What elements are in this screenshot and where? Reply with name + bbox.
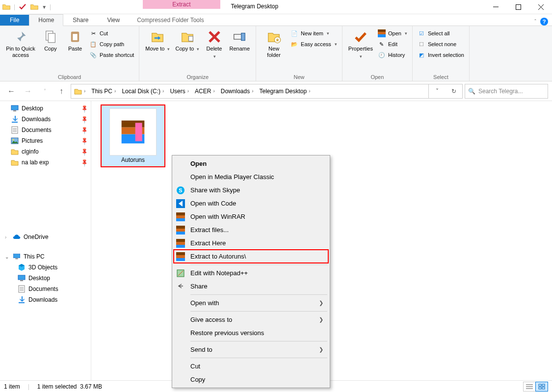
select-all-button[interactable]: ☑Select all — [416, 29, 466, 38]
contextual-tab-label[interactable]: Extract — [143, 0, 220, 9]
ctx-extract-files-[interactable]: Extract files... — [174, 223, 328, 236]
ctx-extract-here[interactable]: Extract Here — [174, 236, 328, 250]
share-tab[interactable]: Share — [63, 14, 98, 26]
pin-quick-access-button[interactable]: Pin to Quick access — [3, 28, 38, 59]
home-tab[interactable]: Home — [29, 14, 63, 26]
nav-item-clginfo[interactable]: clginfo📌 — [0, 146, 91, 157]
paste-shortcut-button[interactable]: 📎Paste shortcut — [87, 51, 136, 59]
breadcrumb-segment[interactable]: ACER› — [192, 84, 218, 98]
select-none-button[interactable]: ☐Select none — [416, 40, 466, 49]
breadcrumb-segment[interactable]: Users› — [167, 84, 192, 98]
ctx-restore-previous-versions[interactable]: Restore previous versions — [174, 326, 328, 340]
search-input[interactable]: 🔍 Search Telegra... — [465, 84, 548, 99]
ctx-share[interactable]: Share — [174, 280, 328, 293]
folder-icon[interactable] — [30, 2, 39, 11]
breadcrumb-root[interactable]: › — [71, 84, 88, 98]
ctx-open-in-media-player-classic[interactable]: Open in Media Player Classic — [174, 170, 328, 183]
ctx-open-with-code[interactable]: Open with Code — [174, 197, 328, 210]
nav-item-downloads[interactable]: Downloads — [0, 294, 91, 305]
view-tab[interactable]: View — [98, 14, 129, 26]
file-item-autoruns[interactable]: Autoruns — [101, 105, 165, 167]
nav-item-3d-objects[interactable]: 3D Objects — [0, 262, 91, 273]
ctx-send-to[interactable]: Send to❯ — [174, 343, 328, 356]
nav-item-documents[interactable]: Documents📌 — [0, 125, 91, 135]
contextual-subtab[interactable]: Compressed Folder Tools — [131, 15, 210, 26]
maximize-button[interactable] — [507, 0, 529, 14]
ctx-open-with[interactable]: Open with❯ — [174, 296, 328, 310]
invert-selection-button[interactable]: ◩Invert selection — [416, 51, 466, 59]
ctx-cut[interactable]: Cut — [174, 360, 328, 373]
share-icon — [176, 282, 185, 291]
chevron-right-icon: › — [252, 88, 253, 94]
svg-rect-29 — [18, 275, 25, 280]
properties-icon[interactable] — [18, 2, 27, 11]
chevron-right-icon: › — [84, 88, 85, 94]
nav-onedrive[interactable]: › OneDrive — [0, 232, 91, 242]
chevron-right-icon: › — [162, 88, 164, 94]
back-button[interactable]: ← — [4, 84, 19, 99]
paste-button[interactable]: Paste — [63, 28, 87, 53]
minimize-button[interactable] — [484, 0, 507, 14]
svg-rect-60 — [542, 384, 545, 386]
chevron-right-icon[interactable]: › — [5, 235, 10, 240]
help-icon[interactable]: ? — [540, 18, 548, 26]
address-dropdown[interactable]: ˅ — [429, 84, 446, 98]
ctx-extract-to-autoruns-[interactable]: Extract to Autoruns\ — [174, 250, 328, 263]
new-label: New — [256, 74, 342, 81]
svg-rect-54 — [176, 258, 185, 261]
breadcrumb-segment[interactable]: Local Disk (C:)› — [119, 84, 167, 98]
view-details-button[interactable] — [523, 382, 536, 392]
ctx-share-with-skype[interactable]: SShare with Skype — [174, 183, 328, 197]
ctx-open-with-winrar[interactable]: Open with WinRAR — [174, 210, 328, 223]
cut-button[interactable]: ✂Cut — [87, 29, 136, 38]
nav-thispc[interactable]: ⌄ This PC — [0, 251, 91, 262]
ctx-copy[interactable]: Copy — [174, 373, 328, 386]
ctx-give-access-to[interactable]: Give access to❯ — [174, 313, 328, 326]
recent-dropdown[interactable]: ˅ — [37, 84, 52, 99]
ctx-edit-with-notepad-[interactable]: Edit with Notepad++ — [174, 266, 328, 280]
menu-separator — [190, 294, 327, 295]
rename-button[interactable]: Rename — [227, 28, 253, 53]
properties-icon — [353, 29, 368, 45]
copy-to-button[interactable]: Copy to — [173, 28, 202, 53]
properties-button[interactable]: Properties — [345, 28, 376, 61]
up-button[interactable]: ↑ — [54, 84, 69, 99]
forward-button[interactable]: → — [21, 84, 35, 99]
history-button[interactable]: 🕘History — [376, 51, 409, 59]
vscode-icon — [176, 199, 185, 209]
nav-item-documents[interactable]: Documents — [0, 284, 91, 294]
refresh-button[interactable]: ↻ — [446, 84, 462, 98]
breadcrumb-segment[interactable]: Downloads› — [218, 84, 257, 98]
breadcrumb-segment[interactable]: Telegram Desktop› — [257, 84, 314, 98]
svg-rect-51 — [176, 245, 185, 248]
easy-access-button[interactable]: 📂Easy access — [289, 40, 339, 49]
scissors-icon: ✂ — [89, 29, 97, 37]
nav-item-desktop[interactable]: Desktop📌 — [0, 103, 91, 114]
new-item-button[interactable]: 📄New item — [289, 29, 339, 38]
edit-button[interactable]: ✎Edit — [376, 40, 409, 49]
path-icon: 📋 — [89, 40, 97, 48]
nav-item-desktop[interactable]: Desktop — [0, 273, 91, 284]
chevron-right-icon: ❯ — [319, 316, 323, 323]
nav-item-downloads[interactable]: Downloads📌 — [0, 114, 91, 125]
nav-item-na-lab-exp[interactable]: na lab exp📌 — [0, 157, 91, 168]
contextual-tab-extract: Extract — [139, 0, 224, 14]
qat-dropdown-icon[interactable]: ▼ — [42, 4, 47, 10]
copy-button[interactable]: Copy — [38, 28, 63, 53]
close-button[interactable] — [529, 0, 552, 14]
delete-button[interactable]: Delete — [202, 28, 227, 61]
skype-icon: S — [176, 185, 185, 195]
svg-rect-44 — [176, 215, 185, 218]
breadcrumb-bar[interactable]: › This PC›Local Disk (C:)›Users›ACER›Dow… — [71, 84, 463, 99]
file-tab[interactable]: File — [0, 15, 29, 26]
copy-path-button[interactable]: 📋Copy path — [87, 40, 136, 49]
move-to-button[interactable]: Move to — [142, 28, 172, 53]
chevron-up-icon[interactable]: ˆ — [534, 19, 536, 25]
chevron-down-icon[interactable]: ⌄ — [5, 254, 10, 260]
view-large-icons-button[interactable] — [535, 382, 548, 392]
ctx-open[interactable]: Open — [174, 157, 328, 170]
new-folder-button[interactable]: ★ New folder — [259, 28, 289, 59]
open-button[interactable]: Open — [376, 29, 409, 38]
nav-item-pictures[interactable]: Pictures📌 — [0, 135, 91, 146]
breadcrumb-segment[interactable]: This PC› — [88, 84, 119, 98]
